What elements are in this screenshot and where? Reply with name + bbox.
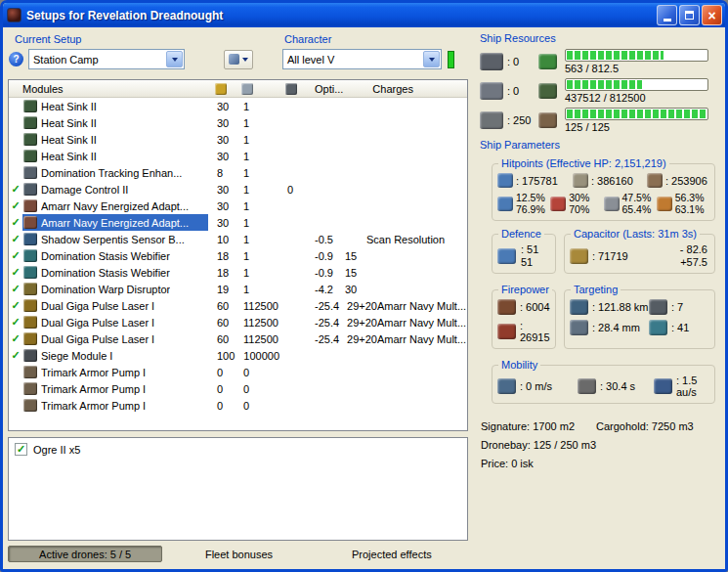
modules-table-body: Heat Sink II 30 1 Heat Sink II 30 1 Heat…: [9, 98, 467, 414]
shield-icon: [497, 173, 513, 188]
module-row[interactable]: ✓ Amarr Navy Energized Adapt... 30 1: [9, 214, 467, 231]
tab-active-drones[interactable]: Active drones: 5 / 5: [8, 546, 162, 562]
module-row[interactable]: Domination Tracking Enhan... 8 1: [9, 164, 467, 181]
sensor-booster-icon: [23, 233, 37, 245]
module-row[interactable]: ✓ Dual Giga Pulse Laser I 60 112500 -25.…: [9, 330, 467, 347]
module-name: Domination Stasis Webifier: [41, 267, 170, 279]
explosive-resist-bottom: 63.1%: [675, 204, 705, 216]
module-charge-value: Amarr Navy Mult...: [377, 300, 467, 312]
titlebar[interactable]: Setups for Revelation Dreadnought ×: [3, 3, 725, 27]
drone-list-item[interactable]: ✓ Ogre II x5: [15, 443, 461, 456]
module-name: Siege Module I: [41, 350, 112, 362]
module-row[interactable]: Trimark Armor Pump I 0 0: [9, 380, 467, 397]
pulse-laser-icon: [23, 332, 37, 345]
module-row[interactable]: ✓ Domination Stasis Webifier 18 1 -0.9 1…: [9, 247, 467, 264]
module-cap-value: -0.9: [309, 267, 337, 279]
help-button[interactable]: ?: [9, 52, 23, 66]
module-row[interactable]: ✓ Amarr Navy Energized Adapt... 30 1: [9, 198, 467, 214]
character-select[interactable]: All level V: [282, 49, 442, 69]
turret-hardpoints-icon: [480, 53, 503, 70]
volley-icon: [497, 299, 516, 315]
window-content: Current Setup ? Station Camp: [3, 27, 725, 569]
sensor-strength-value: : 41: [671, 322, 689, 333]
modules-table-header[interactable]: Modules Opti... Charges: [9, 80, 467, 98]
heat-sink-icon: [23, 100, 37, 112]
app-window: Setups for Revelation Dreadnought × Curr…: [0, 0, 728, 572]
active-check-icon: ✓: [9, 316, 22, 329]
modules-column-header[interactable]: Modules: [9, 83, 208, 95]
module-row[interactable]: ✓ Domination Warp Disruptor 19 1 -4.2 30: [9, 281, 467, 297]
module-name: Dual Giga Pulse Laser I: [41, 317, 154, 329]
module-powergrid-value: 0: [235, 383, 278, 395]
pulse-laser-icon: [23, 316, 37, 329]
stasis-webifier-icon: [23, 266, 37, 279]
setup-select-dropdown-button[interactable]: [166, 51, 183, 67]
tab-projected-effects[interactable]: Projected effects: [316, 546, 468, 562]
module-row[interactable]: ✓ Dual Giga Pulse Laser I 60 112500 -25.…: [9, 297, 467, 314]
module-powergrid-value: 1: [235, 134, 278, 146]
module-row[interactable]: Trimark Armor Pump I 0 0: [9, 397, 467, 414]
module-row[interactable]: Heat Sink II 30 1: [9, 148, 467, 164]
module-cpu-value: 19: [208, 284, 235, 295]
module-powergrid-value: 1: [235, 284, 278, 295]
scan-resolution-icon: [570, 320, 588, 335]
defence-box: Defence : 5151: [492, 234, 556, 274]
module-name: Domination Stasis Webifier: [41, 250, 170, 262]
module-row[interactable]: ✓ Damage Control II 30 1 0: [9, 181, 467, 198]
stasis-webifier-icon: [23, 249, 37, 262]
hull-icon: [647, 173, 663, 188]
module-row[interactable]: ✓ Shadow Serpentis Sensor B... 10 1 -0.5…: [9, 231, 467, 247]
optimal-column-header[interactable]: Opti...: [309, 83, 343, 95]
setup-select[interactable]: Station Camp: [28, 49, 185, 69]
ship-resources: : 0 563 / 812.5 : 0 437512 / 812500: [478, 49, 721, 133]
module-name: Heat Sink II: [41, 151, 97, 162]
module-powergrid-value: 1: [235, 151, 278, 162]
capacitor-drain: - 82.6: [680, 243, 707, 256]
targeting-range-value: : 121.88 km: [592, 301, 648, 313]
module-optimal-value: 29+20: [339, 300, 377, 312]
maximize-button[interactable]: [679, 5, 700, 25]
drone-checkbox[interactable]: ✓: [15, 443, 27, 456]
module-row[interactable]: ✓ Siege Module I 100 100000: [9, 347, 467, 364]
defence-label: Defence: [498, 228, 544, 240]
tab-fleet-bonuses[interactable]: Fleet bonuses: [162, 546, 315, 562]
current-setup-label: Current Setup: [15, 33, 282, 45]
active-check-icon: ✓: [9, 216, 22, 229]
armor-hp-value: : 386160: [591, 175, 633, 187]
drone-label: Ogre II x5: [33, 444, 80, 456]
em-resist-bottom: 76.9%: [516, 204, 545, 216]
wrench-icon: [229, 54, 239, 65]
warp-speed-value: : 1.5 au/s: [676, 374, 709, 398]
module-optimal-value: 15: [337, 267, 366, 279]
current-setup-group: Current Setup ? Station Camp: [9, 32, 282, 69]
module-cpu-value: 0: [208, 367, 235, 378]
module-row[interactable]: Heat Sink II 30 1: [9, 114, 467, 131]
character-group: Character All level V: [282, 32, 454, 69]
charges-column-header[interactable]: Charges: [372, 83, 467, 95]
module-row[interactable]: ✓ Domination Stasis Webifier 18 1 -0.9 1…: [9, 264, 467, 281]
character-select-dropdown-button[interactable]: [423, 51, 440, 67]
defence-bottom-value: 51: [521, 256, 538, 269]
module-charge-value: Amarr Navy Mult...: [377, 333, 467, 345]
minimize-button[interactable]: [657, 5, 677, 25]
capacitor-box: Capacitor (Lasts: 31m 3s) : 71719 - 82.6…: [564, 234, 715, 274]
align-time-icon: [578, 378, 596, 394]
module-optimal-value: 29+20: [339, 317, 377, 329]
close-button[interactable]: ×: [702, 5, 722, 25]
align-time-value: : 30.4 s: [600, 380, 635, 392]
module-powergrid-value: 1: [235, 200, 278, 212]
launcher-hardpoints-value: : 0: [503, 85, 538, 97]
thermal-resist-bottom: 70%: [569, 204, 589, 216]
module-row[interactable]: ✓ Dual Giga Pulse Laser I 60 112500 -25.…: [9, 314, 467, 330]
module-name: Heat Sink II: [41, 117, 97, 129]
module-row[interactable]: Trimark Armor Pump I 0 0: [9, 364, 467, 380]
explosive-resist-icon: [657, 197, 672, 211]
setup-menu-button[interactable]: [224, 50, 253, 69]
cpu-cost-icon: [215, 83, 227, 95]
heat-sink-icon: [23, 133, 37, 146]
progress-fill: [567, 110, 707, 118]
capacitor-cost-icon: [285, 83, 297, 95]
heat-sink-icon: [23, 150, 37, 162]
module-row[interactable]: Heat Sink II 30 1: [9, 131, 467, 148]
module-row[interactable]: Heat Sink II 30 1: [9, 98, 467, 114]
